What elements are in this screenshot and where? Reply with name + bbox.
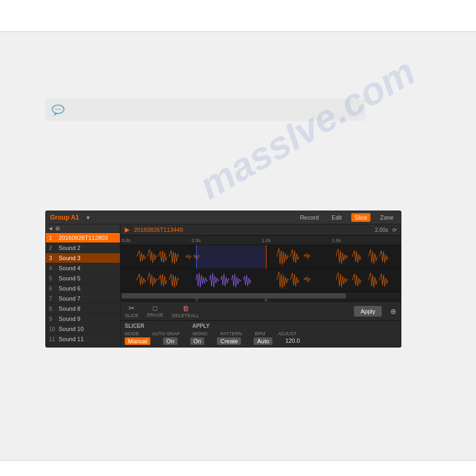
sound-row-1[interactable]: 1 20160826T112803: [46, 233, 120, 243]
sound-row-2[interactable]: 2 Sound 2: [46, 243, 120, 253]
sound-row-9[interactable]: 9 Sound 9: [46, 314, 120, 324]
sound-row-10[interactable]: 10 Sound 10: [46, 324, 120, 334]
settings-section-labels: SLICER APPLY: [125, 323, 397, 329]
slice-tool[interactable]: ✂ SLICE: [125, 304, 139, 318]
adjust-label: ADJUST: [278, 331, 297, 336]
mode-value[interactable]: Manual: [125, 337, 150, 345]
chat-icon: [51, 102, 66, 117]
ruler-mark-1: 0.5s: [192, 238, 201, 243]
bpm-label: BPM: [255, 331, 265, 336]
search-bar[interactable]: [45, 99, 365, 121]
settings-values-row: Manual On On Create Auto 120.0: [125, 337, 397, 345]
top-bar: [0, 0, 476, 32]
mode-label: MODE: [125, 331, 139, 336]
sound-row-5[interactable]: 5 Sound 5: [46, 273, 120, 284]
erase-icon: ◻: [152, 304, 158, 312]
settings-bar: SLICER APPLY MODE AUTO-SNAP MONO PATTERN…: [120, 320, 401, 347]
tab-slice[interactable]: Slice: [351, 213, 370, 222]
waveform-track-2[interactable]: [120, 269, 401, 292]
sound-row-4[interactable]: 4 Sound 4: [46, 263, 120, 273]
scroll-track[interactable]: [120, 293, 401, 298]
ruler-mark-3: 1.5s: [332, 238, 341, 243]
svg-point-1: [55, 109, 57, 110]
ruler-mark-2: 1.0s: [262, 238, 271, 243]
tab-record[interactable]: Record: [297, 213, 322, 222]
group-name: Group A1: [50, 214, 79, 221]
svg-point-3: [60, 109, 61, 110]
timeline-area: ▶ 20160826T113449 2.00s ⟳ 0.0s 0.5s 1.0s…: [120, 224, 401, 347]
loop-icon[interactable]: ⟳: [392, 227, 397, 233]
erase-tool[interactable]: ◻ ERASE: [147, 304, 164, 318]
tool-bar: ✂ SLICE ◻ ERASE 🗑 DELETEALL Apply ⊕: [120, 301, 401, 320]
sound-row-7[interactable]: 7 Sound 7: [46, 294, 120, 304]
timeline-header: ▶ 20160826T113449 2.00s ⟳: [120, 224, 401, 236]
daw-header: Group A1 ▼ Record Edit Slice Zone: [46, 211, 401, 224]
slice-icon: ✂: [128, 304, 135, 312]
tab-zone[interactable]: Zone: [377, 213, 397, 222]
mono-value[interactable]: On: [190, 337, 205, 345]
daw-content: ◄ ⊞ 1 20160826T112803 2 Sound 2 3 Sound …: [46, 224, 401, 347]
scroll-thumb[interactable]: [122, 293, 346, 298]
group-dropdown-arrow[interactable]: ▼: [85, 215, 91, 221]
autosnap-value[interactable]: On: [163, 337, 178, 345]
sound-row-8[interactable]: 8 Sound 8: [46, 304, 120, 314]
sound-row-12[interactable]: 12 Sound 12: [46, 344, 120, 347]
pattern-label: PATTERN: [220, 331, 242, 336]
daw-panel: Group A1 ▼ Record Edit Slice Zone ◄ ⊞ 1 …: [45, 211, 401, 348]
slicer-section-label: SLICER: [125, 323, 144, 329]
bpm-value[interactable]: Auto: [254, 337, 272, 345]
settings-labels-row: MODE AUTO-SNAP MONO PATTERN BPM ADJUST: [125, 331, 397, 336]
watermark: massIve.com: [192, 49, 423, 207]
ruler-mark-0: 0.0s: [122, 238, 131, 243]
mono-label: MONO: [192, 331, 207, 336]
sound-row-3[interactable]: 3 Sound 3: [46, 253, 120, 263]
waveform-tracks: S E: [120, 245, 401, 301]
sound-row-6[interactable]: 6 Sound 6: [46, 284, 120, 294]
autosnap-label: AUTO-SNAP: [152, 331, 180, 336]
sound-list-header: ◄ ⊞: [46, 224, 120, 233]
waveform-track-1[interactable]: [120, 245, 401, 269]
deleteall-tool[interactable]: 🗑 DELETEALL: [172, 304, 199, 318]
grid-icon: ⊞: [55, 225, 60, 231]
tab-edit[interactable]: Edit: [328, 213, 345, 222]
svg-point-2: [58, 109, 59, 110]
adjust-value[interactable]: 120.0: [285, 337, 300, 345]
trash-icon: 🗑: [182, 304, 189, 312]
ruler: 0.0s 0.5s 1.0s 1.5s: [120, 236, 401, 245]
play-icon[interactable]: ▶: [125, 226, 130, 233]
pattern-value[interactable]: Create: [217, 337, 241, 345]
move-icon[interactable]: ⊕: [390, 307, 397, 316]
nav-arrows-icon: ◄: [48, 225, 53, 231]
apply-button[interactable]: Apply: [354, 306, 382, 317]
apply-section-label: APPLY: [192, 323, 209, 329]
time-display: 2.00s: [375, 227, 388, 233]
file-name: 20160826T113449: [134, 227, 183, 233]
sound-list: ◄ ⊞ 1 20160826T112803 2 Sound 2 3 Sound …: [46, 224, 120, 347]
bottom-bar: [0, 460, 476, 476]
sound-row-11[interactable]: 11 Sound 11: [46, 334, 120, 344]
